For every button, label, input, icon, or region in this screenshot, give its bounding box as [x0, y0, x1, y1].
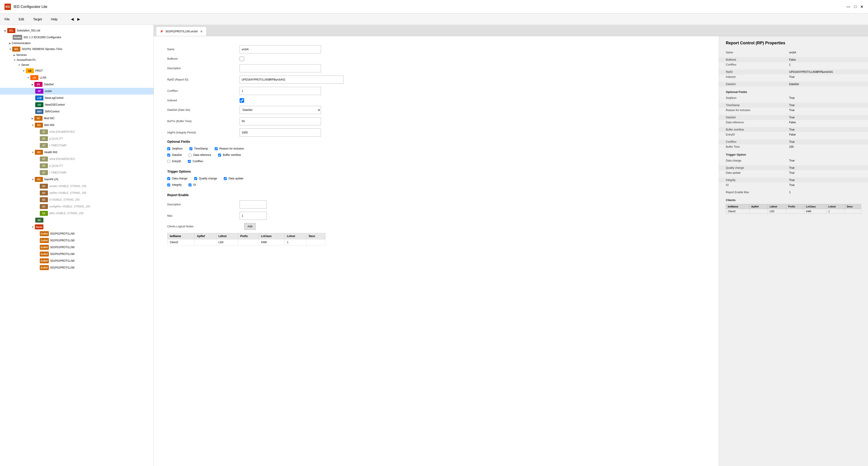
checkbox-item-dataref[interactable]: Data reference [188, 153, 211, 156]
sidebar-item-do-mod[interactable]: ▶DOMod INC [0, 115, 153, 122]
menu-edit[interactable]: Edit [19, 18, 24, 21]
sidebar-item-ds-dataset[interactable]: ▶DSDataSet [0, 81, 153, 88]
sidebar-item-ied[interactable]: ▼IEDS01P01 SIEMENS Siprotec-7SAx [0, 46, 153, 53]
checkbox-item-entryid[interactable]: EntryID [167, 160, 181, 163]
tab-urcba[interactable]: 📌 S01P01PROT/LLN0.urcbA ✕ [156, 26, 207, 36]
sidebar-item-extref5[interactable]: ExtRefS01P01PROT/LLN0 [0, 257, 153, 264]
sidebar-item-smv-smvcontrol[interactable]: SMVSMVControl [0, 108, 153, 115]
input-re-max[interactable] [240, 212, 267, 220]
add-client-button[interactable]: Add [244, 223, 256, 230]
input-re-description[interactable] [240, 200, 267, 209]
trigger-options-group1: Data change Quality change Data update [167, 177, 705, 180]
input-description[interactable] [240, 64, 321, 72]
sidebar-item-extref1[interactable]: ExtRefS01P01PROT/LLN0 [0, 230, 153, 237]
checkbox-item-datachange[interactable]: Data change [167, 177, 187, 180]
checkbox-entryid[interactable] [167, 160, 170, 163]
checkbox-integrity[interactable] [167, 183, 170, 186]
checkbox-item-seqnum[interactable]: SeqNum [167, 147, 183, 150]
sidebar-item-do-namplt[interactable]: ▼DONamPlt LPL [0, 176, 153, 183]
sidebar-item-services[interactable]: ▶Services [0, 53, 153, 57]
checkbox-item-bufoverflow[interactable]: Buffer overflow [218, 153, 241, 156]
sidebar-item-extref4[interactable]: ExtRefS01P01PROT/LLN0 [0, 251, 153, 257]
sidebar-item-ex-ldns[interactable]: EXldNs VISIBLE_STRING_255 [0, 210, 153, 217]
sidebar-item-lcb-newlogcontrol[interactable]: LCBNewLogControl [0, 94, 153, 101]
sidebar-badge: ST [40, 129, 48, 134]
checkbox-item-gi[interactable]: GI [188, 183, 196, 186]
minimize-button[interactable]: — [846, 4, 850, 9]
checkbox-seqnum[interactable] [167, 147, 170, 150]
sidebar-item-st-health-t[interactable]: STt TIMESTAMP [0, 169, 153, 176]
sidebar-arrow: ▼ [27, 77, 29, 79]
checkbox-item-reason[interactable]: Reason for inclusion [215, 147, 244, 150]
sidebar-item-st-health-q[interactable]: STq QUALITY [0, 163, 153, 169]
rp-clients-table: IedName ApRef LdInst Prefix LnClass LnIn… [726, 204, 861, 214]
sidebar-item-sc[interactable]: SC [0, 217, 153, 224]
input-name[interactable] [240, 45, 321, 53]
sidebar-item-st-t[interactable]: STt TIMESTAMP [0, 142, 153, 149]
sidebar-item-header[interactable]: HeaderS01 1 2 IEC61850 Configurator [0, 34, 153, 41]
close-button[interactable]: ✕ [860, 4, 864, 9]
sidebar-label: stVal ENUMERATED [49, 130, 75, 134]
maximize-button[interactable]: □ [854, 4, 857, 9]
col-desc: Desc [306, 233, 325, 239]
rp-trigger-integrity: IntegrityTrue [719, 178, 868, 182]
sidebar-item-st-q[interactable]: STq QUALITY [0, 135, 153, 142]
checkbox-dataset-opt[interactable] [167, 154, 170, 156]
sidebar-item-dc-vendor[interactable]: DCvendor VISIBLE_STRING_255 [0, 183, 153, 190]
sidebar-item-go-newgsecontrol[interactable]: GONewGSEControl [0, 101, 153, 108]
sidebar-badge: ST [40, 156, 48, 162]
sidebar-item-do-beh[interactable]: ▼DOBeh INS [0, 122, 153, 128]
sidebar-item-extref3[interactable]: ExtRefS01P01PROT/LLN0 [0, 244, 153, 251]
menu-help[interactable]: Help [51, 18, 58, 21]
checkbox-item-dataupdate[interactable]: Data update [224, 177, 243, 180]
input-buftm[interactable] [240, 117, 321, 125]
checkbox-gi[interactable] [188, 183, 191, 186]
sidebar-badge: DO [35, 150, 43, 155]
sidebar-item-communication[interactable]: ▶Communication [0, 41, 153, 46]
nav-forward-button[interactable]: ▶ [77, 17, 80, 21]
sidebar-item-scl[interactable]: ▶SCLSubstation_S01.cid [0, 27, 153, 34]
input-intgpd[interactable] [240, 128, 321, 137]
checkbox-timestamp[interactable] [189, 147, 192, 150]
checkbox-item-integrity[interactable]: Integrity [167, 183, 182, 186]
checkbox-item-dataset-opt[interactable]: DataSet [167, 153, 182, 156]
sidebar-item-rp-urcba[interactable]: RPurcbA [0, 88, 153, 94]
menu-file[interactable]: File [4, 18, 10, 21]
checkbox-item-timestamp[interactable]: TimeStamp [189, 147, 208, 150]
checkbox-confrev-opt[interactable] [188, 160, 191, 163]
checkbox-indexed[interactable] [240, 98, 244, 103]
input-confrev[interactable] [240, 87, 321, 95]
sidebar-item-st-health-stval[interactable]: STstVal ENUMERATED [0, 156, 153, 163]
nav-back-button[interactable]: ◀ [71, 17, 74, 21]
tab-close-button[interactable]: ✕ [200, 30, 203, 33]
sidebar-item-extref6[interactable]: ExtRefS01P01PROT/LLN0 [0, 264, 153, 271]
checkbox-dataupdate[interactable] [224, 177, 227, 180]
sidebar-item-ld-prot[interactable]: ▼LDPROT [0, 67, 153, 74]
label-name: Name [167, 48, 240, 51]
sidebar-arrow: ▼ [23, 70, 25, 72]
sidebar-item-dc-d[interactable]: DCd VISIBLE_STRING_255 [0, 196, 153, 203]
sidebar-item-extref2[interactable]: ExtRefS01P01PROT/LLN0 [0, 237, 153, 244]
input-rptid[interactable] [240, 76, 344, 84]
checkbox-item-qualitychange[interactable]: Quality change [194, 177, 217, 180]
menu-target[interactable]: Target [33, 18, 42, 21]
checkbox-dataref[interactable] [188, 154, 191, 156]
sidebar-item-inputs[interactable]: ▼Inputs [0, 224, 153, 230]
checkbox-qualitychange[interactable] [194, 177, 197, 180]
checkbox-item-confrev-opt[interactable]: ConfRev [188, 160, 203, 163]
window-controls[interactable]: — □ ✕ [846, 4, 864, 9]
sidebar-item-dc-swrev[interactable]: DCswRev VISIBLE_STRING_255 [0, 190, 153, 196]
sidebar-item-dc-configrev[interactable]: DCconfigRev VISIBLE_STRING_255 [0, 203, 153, 210]
select-dataset[interactable]: DataSet [240, 106, 321, 114]
app-icon: IED [4, 4, 11, 10]
checkbox-reason[interactable] [215, 147, 218, 150]
sidebar-item-ln-lln0[interactable]: ▼LNLLN0 [0, 74, 153, 81]
checkbox-bufoverflow[interactable] [218, 154, 221, 156]
sidebar-item-accesspoint[interactable]: ▼AccessPoint P1 [0, 57, 153, 62]
label-re-description: Description [167, 203, 240, 206]
checkbox-datachange[interactable] [167, 177, 170, 180]
sidebar-item-do-health[interactable]: ▼DOHealth INS [0, 149, 153, 156]
sidebar-item-server[interactable]: ▼Server [0, 62, 153, 67]
checkbox-buffered[interactable] [240, 57, 244, 61]
sidebar-item-st-stval[interactable]: STstVal ENUMERATED [0, 128, 153, 135]
